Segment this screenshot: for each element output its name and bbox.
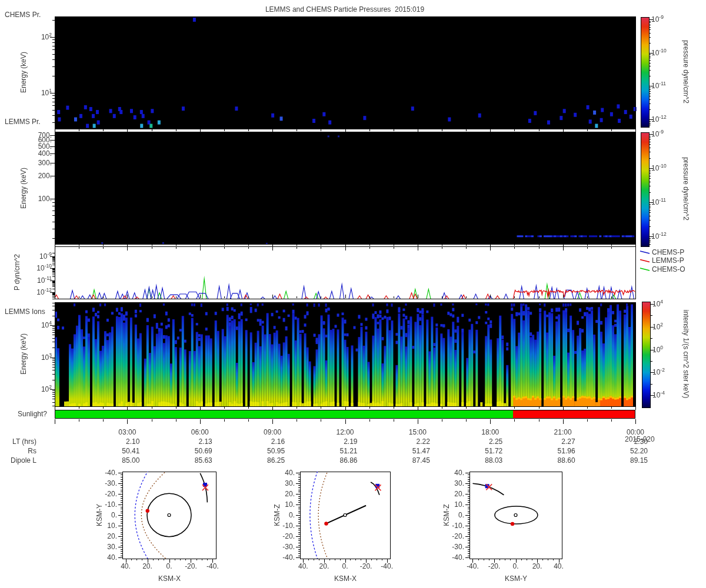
row-value: 51.47 (412, 447, 430, 455)
orbit-ytick: 30. (454, 480, 464, 487)
lemms-pr-ytick: 400. (38, 150, 52, 157)
pressure-ytick: 10-12 (36, 289, 52, 296)
row-value: 86.25 (267, 457, 285, 464)
y-axis-label-lemms-energy: Energy (keV) (20, 168, 27, 209)
row-value: 50.41 (122, 447, 139, 455)
orbit2-xlabel: KSM-X (334, 575, 357, 582)
time-tick-label: 03:00 (118, 429, 136, 436)
orbit-xtick: -20. (185, 563, 197, 570)
orbit-xtick: -20. (360, 563, 372, 570)
row-value: 51.72 (485, 447, 502, 455)
orbit-xtick: 20. (532, 563, 542, 570)
y-axis-label-ions-energy: Energy (keV) (20, 333, 27, 375)
orbit3-ylabel: KSM-Z (443, 504, 450, 526)
orbit-xtick: -40. (381, 563, 393, 570)
colorbar-ions-intensity (642, 302, 651, 408)
orbit3-xlabel: KSM-Y (505, 575, 527, 582)
orbit-ytick: -20. (282, 533, 295, 540)
orbit-xtick: 40. (298, 563, 308, 570)
orbit-ytick: -30. (452, 543, 464, 550)
orbit-ytick: -20. (105, 490, 117, 497)
time-tick-label: 18:00 (481, 429, 499, 436)
colorbar3-tick: 10-4 (652, 392, 665, 399)
chems-pr-ytick: 101 (41, 89, 52, 96)
orbit-ytick: 40. (107, 554, 117, 561)
row-value: 2.19 (344, 438, 357, 445)
row-value: 87.45 (412, 457, 430, 464)
orbit-ytick: -10. (452, 522, 464, 529)
lemms-pr-ytick: 500. (38, 143, 52, 150)
row-value: 50.95 (267, 447, 285, 455)
colorbar2-tick: 10-10 (651, 165, 667, 172)
colorbar3-tick: 100 (652, 346, 663, 353)
colorbar3-tick: 10-2 (652, 369, 665, 376)
orbit2-ylabel: KSM-Z (274, 504, 281, 526)
figure-root: LEMMS and CHEMS Particle Pressures 2015:… (0, 0, 706, 588)
orbit-ytick: 20. (454, 490, 464, 497)
row-value: 51.96 (558, 447, 575, 455)
panel-label-sunlight: Sunlight? (18, 410, 47, 417)
colorbar-label-ions-intensity: intensity 1/(s cm^2 ster keV) (682, 310, 690, 398)
y-axis-label-chems-energy: Energy (keV) (20, 52, 27, 93)
colorbar2-tick: 10-11 (651, 199, 666, 206)
orbit-xtick: 40. (554, 563, 564, 570)
orbit-xtick: 40. (121, 563, 131, 570)
orbit-ytick: -30. (282, 543, 295, 550)
sunlight-bar (55, 410, 635, 419)
lemms-pr-ytick: 300. (38, 159, 52, 166)
orbit1-ylabel: KSM-Y (96, 504, 103, 526)
orbit-xtick: -20. (488, 563, 501, 570)
row-label-dipole-l: Dipole L (11, 457, 36, 464)
pressure-ytick: 10-11 (37, 277, 52, 284)
lemms-pr-ytick: 100. (38, 195, 52, 202)
time-tick-label: 09:00 (264, 429, 281, 436)
colorbar2-tick: 10-9 (651, 131, 664, 138)
colorbar-label-chems-pressure: pressure dyne/cm^2 (682, 40, 690, 103)
legend-label-chems-p: CHEMS-P (652, 249, 684, 256)
panel-label-lemms-pr: LEMMS Pr. (5, 118, 41, 125)
colorbar-chems-pressure (641, 17, 650, 128)
row-value: 2.27 (561, 438, 575, 445)
orbit-ytick: -20. (452, 533, 464, 540)
orbit1-xlabel: KSM-X (158, 575, 181, 582)
orbit-ytick: 0. (289, 512, 295, 519)
row-value: 86.86 (339, 457, 357, 464)
panel-label-chems-pr: CHEMS Pr. (5, 11, 41, 18)
lemms-pr-ytick: 200. (38, 172, 52, 179)
row-value: 85.00 (122, 457, 139, 464)
colorbar-lemms-pressure (641, 132, 650, 247)
row-value: 2.13 (198, 438, 212, 445)
time-tick-label: 12:00 (336, 429, 354, 436)
orbit-ytick: 10. (107, 522, 117, 529)
figure-title: LEMMS and CHEMS Particle Pressures 2015:… (265, 6, 424, 13)
orbit-ytick: 0. (458, 512, 464, 519)
colorbar2-tick: 10-12 (651, 233, 667, 240)
orbit-ytick: 10. (285, 501, 295, 508)
orbit-ytick: 0. (111, 512, 117, 519)
orbit-ytick: 10. (454, 501, 464, 508)
colorbar3-tick: 102 (652, 323, 663, 330)
colorbar1-tick: 10-9 (651, 16, 664, 23)
sunlight-segment-night (513, 410, 635, 418)
orbit-ytick: -40. (282, 554, 295, 561)
time-tick-label: 15:00 (409, 429, 427, 436)
legend-label-chems-o: CHEMS-O (652, 266, 685, 273)
ions-ytick: 103 (41, 354, 52, 361)
legend-label-lemms-p: LEMMS-P (652, 257, 684, 264)
row-value: 89.15 (630, 457, 648, 464)
row-value: 50.69 (195, 447, 212, 455)
orbit-ytick: -40. (105, 469, 117, 476)
time-tick-label: 06:00 (191, 429, 209, 436)
pressure-ytick: 10-10 (36, 265, 52, 272)
colorbar-label-lemms-pressure: pressure dyne/cm^2 (682, 157, 690, 220)
y-axis-label-pressure: P dyn/cm^2 (14, 254, 21, 290)
ions-ytick: 102 (41, 386, 52, 393)
sunlight-segment-day (55, 410, 513, 418)
colorbar1-tick: 10-12 (651, 116, 667, 123)
orbit-xtick: 0. (342, 563, 348, 570)
time-tick-label: 21:00 (554, 429, 572, 436)
row-value: 2.10 (126, 438, 139, 445)
orbit-xtick: 20. (319, 563, 329, 570)
pressure-ytick: 10-9 (39, 253, 52, 260)
row-label-rs: Rs (28, 447, 36, 455)
